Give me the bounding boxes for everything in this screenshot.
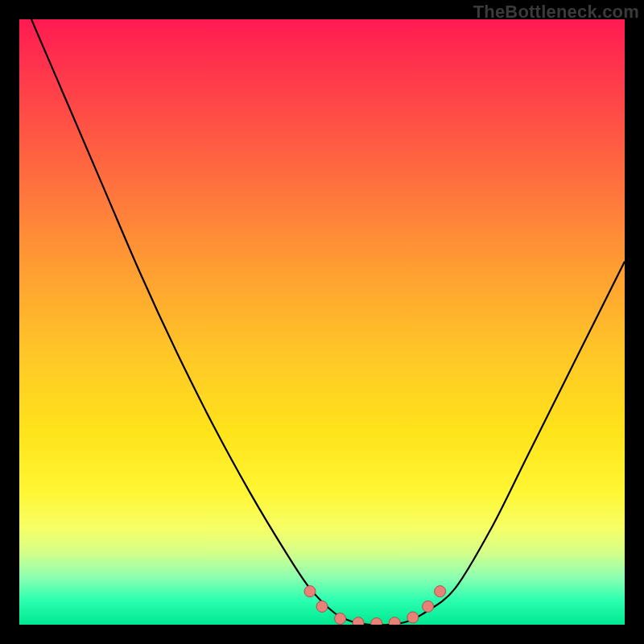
marker-dot	[371, 618, 382, 625]
highlight-markers	[304, 586, 446, 625]
bottleneck-curve	[31, 19, 625, 625]
marker-dot	[353, 617, 364, 625]
marker-dot	[407, 612, 419, 623]
chart-frame: TheBottleneck.com	[0, 0, 644, 644]
marker-dot	[304, 586, 316, 597]
marker-dot	[335, 613, 346, 625]
marker-dot	[389, 617, 400, 625]
marker-dot	[435, 586, 446, 597]
chart-overlay-svg	[19, 19, 625, 625]
watermark-label: TheBottleneck.com	[473, 2, 639, 23]
marker-dot	[316, 601, 328, 612]
marker-dot	[423, 601, 434, 612]
plot-area	[19, 19, 625, 625]
curve-path	[31, 19, 625, 625]
